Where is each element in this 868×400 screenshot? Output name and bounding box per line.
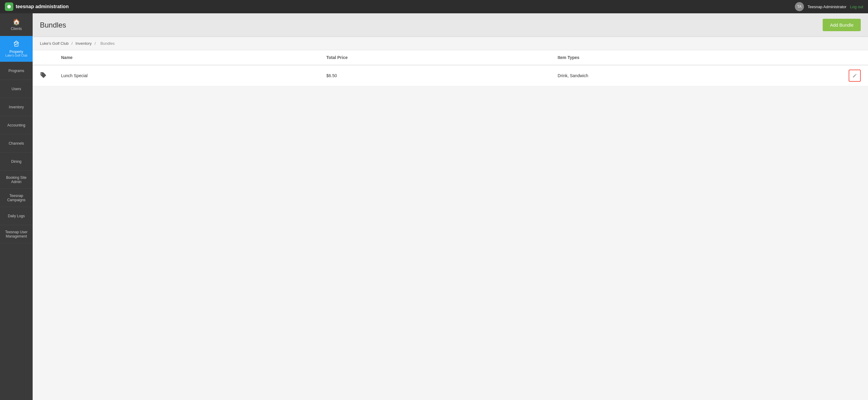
sidebar-item-label: Inventory — [9, 105, 24, 109]
main-layout: 🏠 Clients Property Luke's Golf Club Prog… — [0, 13, 868, 400]
sidebar-item-programs[interactable]: Programs — [0, 62, 33, 80]
row-actions — [841, 65, 868, 86]
edit-button[interactable] — [849, 69, 861, 82]
sidebar-item-teesnap-campaigns[interactable]: Teesnap Campaigns — [0, 189, 33, 207]
breadcrumb-current: Bundles — [100, 41, 115, 46]
row-icon-cell — [33, 65, 54, 86]
row-name: Lunch Special — [54, 65, 319, 86]
col-header-name: Name — [54, 50, 319, 65]
top-bar-right: TA Teesnap Administrator Log out — [795, 2, 863, 11]
sidebar-item-clients[interactable]: 🏠 Clients — [0, 13, 33, 36]
sidebar-item-label: Dining — [11, 160, 22, 164]
sidebar-property-name: Luke's Golf Club — [5, 54, 27, 57]
page-title: Bundles — [40, 21, 66, 29]
sidebar-item-label: Property — [9, 50, 23, 54]
breadcrumb-inventory[interactable]: Inventory — [75, 41, 92, 46]
table-container: Name Total Price Item Types — [33, 50, 868, 400]
breadcrumb-separator-1: / — [72, 41, 74, 46]
svg-point-0 — [7, 5, 11, 8]
sidebar-item-accounting[interactable]: Accounting — [0, 116, 33, 134]
col-header-icon — [33, 50, 54, 65]
admin-avatar: TA — [795, 2, 804, 11]
add-bundle-button[interactable]: Add Bundle — [823, 19, 861, 31]
row-item-types: Drink, Sandwich — [550, 65, 841, 86]
sidebar-item-label: Accounting — [7, 123, 25, 127]
svg-rect-3 — [17, 43, 18, 44]
property-icon — [13, 40, 20, 49]
sidebar-item-label: Clients — [11, 27, 22, 31]
sidebar-item-daily-logs[interactable]: Daily Logs — [0, 207, 33, 225]
top-bar: teesnap administration TA Teesnap Admini… — [0, 0, 868, 13]
breadcrumb: Luke's Golf Club / Inventory / Bundles — [33, 37, 868, 50]
logo-text: teesnap administration — [16, 4, 69, 9]
sidebar-item-teesnap-user-management[interactable]: Teesnap User Management — [0, 225, 33, 243]
sidebar: 🏠 Clients Property Luke's Golf Club Prog… — [0, 13, 33, 400]
bundles-table: Name Total Price Item Types — [33, 50, 868, 86]
table-row: Lunch Special $6.50 Drink, Sandwich — [33, 65, 868, 86]
sidebar-item-label: Teesnap Campaigns — [2, 194, 30, 202]
col-header-total-price: Total Price — [319, 50, 550, 65]
sidebar-item-label: Daily Logs — [8, 214, 25, 218]
col-header-actions — [841, 50, 868, 65]
admin-name: Teesnap Administrator — [808, 4, 846, 9]
sidebar-item-label: Channels — [9, 141, 24, 146]
avatar-initial: TA — [797, 4, 802, 9]
table-header: Name Total Price Item Types — [33, 50, 868, 65]
sidebar-item-property[interactable]: Property Luke's Golf Club — [0, 36, 33, 62]
logout-link[interactable]: Log out — [850, 4, 863, 9]
breadcrumb-separator-2: / — [95, 41, 97, 46]
sidebar-item-inventory[interactable]: Inventory — [0, 98, 33, 116]
logo-icon — [5, 2, 13, 11]
sidebar-item-dining[interactable]: Dining — [0, 152, 33, 171]
sidebar-item-label: Teesnap User Management — [2, 230, 30, 238]
logo-area: teesnap administration — [5, 2, 69, 11]
table-body: Lunch Special $6.50 Drink, Sandwich — [33, 65, 868, 86]
home-icon: 🏠 — [13, 18, 20, 25]
sidebar-item-channels[interactable]: Channels — [0, 134, 33, 152]
sidebar-item-label: Programs — [8, 69, 24, 73]
breadcrumb-golf-club[interactable]: Luke's Golf Club — [40, 41, 69, 46]
sidebar-item-users[interactable]: Users — [0, 80, 33, 98]
svg-rect-2 — [16, 44, 16, 45]
row-total-price: $6.50 — [319, 65, 550, 86]
sidebar-item-label: Booking Site Admin — [2, 175, 30, 184]
page-header: Bundles Add Bundle — [33, 13, 868, 37]
content-area: Bundles Add Bundle Luke's Golf Club / In… — [33, 13, 868, 400]
col-header-item-types: Item Types — [550, 50, 841, 65]
sidebar-item-label: Users — [11, 87, 21, 91]
tag-icon — [40, 73, 46, 80]
sidebar-item-booking-site-admin[interactable]: Booking Site Admin — [0, 171, 33, 189]
